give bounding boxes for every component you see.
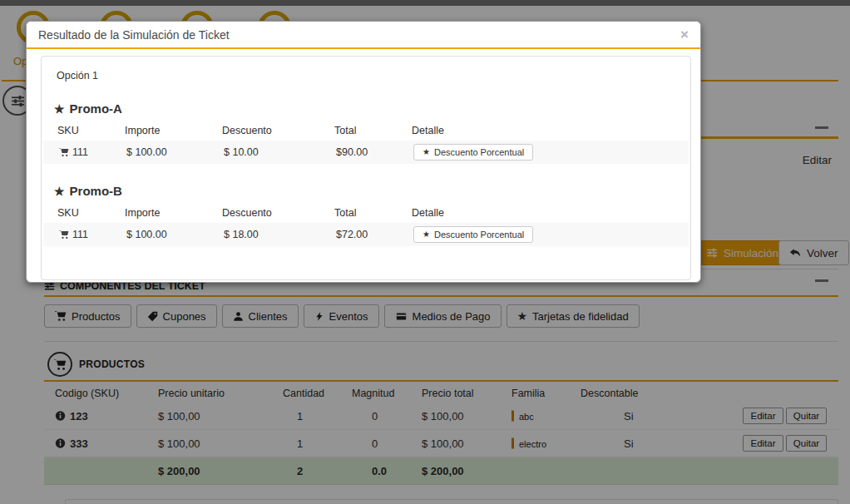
option-label: Opción 1 xyxy=(57,70,690,82)
importe-cell: $ 100.00 xyxy=(126,146,167,158)
total-cell: $90.00 xyxy=(336,146,368,158)
application-window: Opciones Editar xyxy=(0,0,850,504)
column-header: SKU xyxy=(57,125,79,136)
star-icon: ★ xyxy=(423,148,430,156)
detail-button-label: Descuento Porcentual xyxy=(434,230,524,240)
promo-table-header: SKU Importe Descuento Total Detalle xyxy=(42,203,690,223)
promo-name: Promo-B xyxy=(70,184,122,198)
detail-button-label: Descuento Porcentual xyxy=(434,147,524,157)
star-icon: ★ xyxy=(54,185,65,197)
promo-name: Promo-A xyxy=(70,101,122,116)
star-icon: ★ xyxy=(54,103,65,115)
cart-icon xyxy=(59,147,69,157)
column-header: Total xyxy=(334,125,356,136)
promo-row: 111 $ 100.00 $ 18.00 $72.00 ★ Descuento … xyxy=(43,223,689,246)
modal-title: Resultado de la Simulación de Ticket xyxy=(38,28,680,42)
column-header: Importe xyxy=(125,125,160,136)
promo-heading: ★ Promo-B xyxy=(54,184,690,198)
column-header: Descuento xyxy=(222,207,272,219)
detail-button[interactable]: ★ Descuento Porcentual xyxy=(413,144,533,161)
modal-header: Resultado de la Simulación de Ticket × xyxy=(27,22,700,49)
promo-table-header: SKU Importe Descuento Total Detalle xyxy=(42,121,690,141)
column-header: Total xyxy=(334,207,356,219)
sku-cell: 111 xyxy=(59,229,88,240)
sku-value: 111 xyxy=(72,229,88,240)
promo-heading: ★ Promo-A xyxy=(54,101,690,116)
column-header: Importe xyxy=(125,207,160,219)
option-panel: Opción 1 ★ Promo-A SKU Importe Descuento… xyxy=(41,56,691,280)
close-icon[interactable]: × xyxy=(680,27,689,42)
simulation-result-modal: Resultado de la Simulación de Ticket × O… xyxy=(26,21,701,283)
total-cell: $72.00 xyxy=(336,229,368,240)
descuento-cell: $ 18.00 xyxy=(224,229,259,240)
cart-icon xyxy=(59,230,69,240)
column-header: Descuento xyxy=(222,125,272,136)
importe-cell: $ 100.00 xyxy=(126,229,167,240)
promo-row: 111 $ 100.00 $ 10.00 $90.00 ★ Descuento … xyxy=(43,141,689,164)
column-header: Detalle xyxy=(412,125,444,136)
detail-button[interactable]: ★ Descuento Porcentual xyxy=(413,226,533,243)
descuento-cell: $ 10.00 xyxy=(224,146,259,158)
modal-body: Opción 1 ★ Promo-A SKU Importe Descuento… xyxy=(27,49,700,284)
sku-cell: 111 xyxy=(59,146,88,158)
column-header: SKU xyxy=(57,207,79,219)
sku-value: 111 xyxy=(72,146,88,158)
column-header: Detalle xyxy=(412,207,444,219)
star-icon: ★ xyxy=(423,230,430,239)
